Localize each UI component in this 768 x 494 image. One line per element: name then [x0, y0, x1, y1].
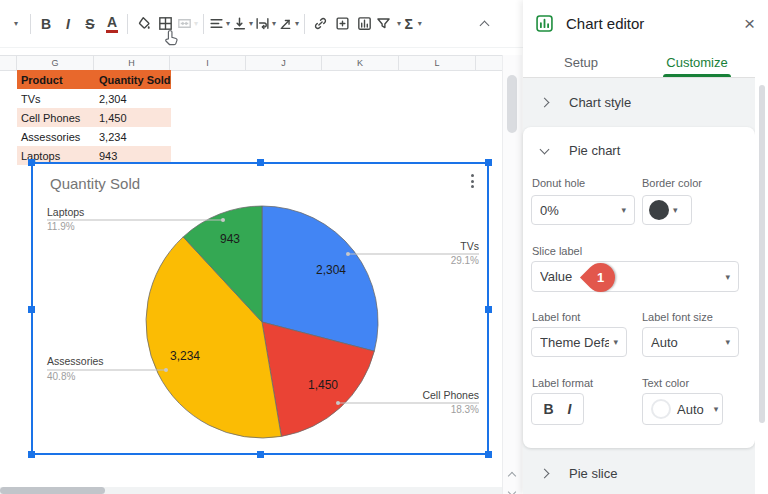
resize-handle-sw[interactable]: [28, 451, 35, 458]
callout-pct-laptops: 11.9%: [47, 221, 75, 232]
column-header-J[interactable]: J: [246, 56, 322, 70]
callout-pct-cell-phones: 18.3%: [451, 404, 479, 415]
text-rotation-button[interactable]: ▾: [277, 11, 300, 37]
column-header-I[interactable]: I: [170, 56, 246, 70]
section-pie-slice[interactable]: Pie slice: [523, 452, 755, 494]
cell-quantity[interactable]: 1,450: [95, 112, 171, 124]
embedded-chart[interactable]: Quantity Sold 2,304 1,450 3,234 943 Lapt…: [31, 162, 489, 455]
more-dropdown-button[interactable]: ▾: [4, 11, 26, 37]
column-header-partial[interactable]: [476, 56, 502, 70]
toolbar: ▾ B I S A ▾ ▾ ▾ ▾: [0, 0, 523, 48]
insert-link-button[interactable]: [309, 11, 331, 37]
insert-comment-button[interactable]: [331, 11, 353, 37]
slice-label-label: Slice label: [532, 245, 582, 257]
chevron-down-icon: ▾: [725, 337, 730, 347]
table-row[interactable]: Cell Phones 1,450: [17, 108, 171, 127]
cell-product[interactable]: Cell Phones: [17, 112, 95, 124]
table-row[interactable]: Assessories 3,234: [17, 127, 171, 146]
panel-tabs: Setup Customize: [523, 47, 755, 78]
slice-value-tvs: 2,304: [316, 263, 346, 277]
header-cell-quantity[interactable]: Quantity Sold: [95, 74, 171, 86]
vertical-scrollbar-thumb[interactable]: [507, 75, 517, 133]
resize-handle-ne[interactable]: [485, 159, 492, 166]
cell-quantity[interactable]: 3,234: [95, 131, 171, 143]
resize-handle-s[interactable]: [257, 451, 264, 458]
horizontal-align-button[interactable]: ▾: [208, 11, 231, 37]
section-pie-chart[interactable]: Pie chart: [541, 143, 620, 158]
label-font-label: Label font: [532, 311, 580, 323]
label-font-select[interactable]: Theme Defaul... ▾: [531, 327, 627, 357]
chevron-down-icon: [508, 488, 516, 494]
panel-title: Chart editor: [566, 15, 644, 32]
cell-product[interactable]: TVs: [17, 93, 95, 105]
donut-hole-label: Donut hole: [532, 177, 585, 189]
panel-scrollbar-thumb[interactable]: [759, 85, 765, 423]
toolbar-divider: [203, 14, 204, 34]
text-wrap-icon: [255, 16, 270, 31]
text-wrap-button[interactable]: ▾: [254, 11, 277, 37]
cell-quantity[interactable]: 2,304: [95, 93, 171, 105]
tab-customize[interactable]: Customize: [639, 47, 755, 77]
strikethrough-icon: S: [85, 17, 94, 31]
vertical-align-button[interactable]: ▾: [231, 11, 254, 37]
cell-product[interactable]: Assessories: [17, 131, 95, 143]
resize-handle-w[interactable]: [28, 306, 35, 313]
collapse-toolbar-button[interactable]: [473, 11, 495, 37]
bold-icon: B: [41, 17, 51, 31]
section-chart-style[interactable]: Chart style: [523, 78, 755, 127]
slice-value-assessories: 3,234: [170, 349, 200, 363]
insert-chart-button[interactable]: [353, 11, 375, 37]
donut-hole-select[interactable]: 0% ▾: [531, 195, 635, 225]
table-row[interactable]: TVs 2,304: [17, 89, 171, 108]
functions-button[interactable]: Σ ▾: [402, 11, 424, 37]
vertical-scrollbar[interactable]: [502, 55, 522, 494]
vertical-align-icon: [232, 16, 247, 31]
italic-button[interactable]: I: [57, 11, 79, 37]
insert-chart-icon: [357, 16, 372, 31]
bold-button[interactable]: B: [35, 11, 57, 37]
slice-value-laptops: 943: [220, 232, 240, 246]
table-header-row[interactable]: Product Quantity Sold: [17, 70, 171, 89]
column-header-K[interactable]: K: [322, 56, 399, 70]
horizontal-align-icon: [209, 16, 224, 31]
horizontal-scrollbar-thumb[interactable]: [0, 487, 105, 494]
column-header-partial[interactable]: [0, 56, 17, 70]
callout-name-assessories: Assessories: [47, 355, 104, 367]
bold-toggle[interactable]: B: [543, 401, 553, 417]
label-font-size-select[interactable]: Auto ▾: [642, 327, 739, 357]
border-color-select[interactable]: ▾: [642, 195, 692, 225]
panel-body: Chart style Pie chart Donut hole 0% ▾ Bo…: [523, 78, 768, 494]
sheets-app: ▾ B I S A ▾ ▾ ▾ ▾: [0, 0, 768, 494]
chevron-down-icon: ▾: [621, 205, 626, 215]
panel-scrollbar[interactable]: [755, 78, 768, 494]
column-header-H[interactable]: H: [94, 56, 170, 70]
column-header-L[interactable]: L: [399, 56, 476, 70]
cell-quantity[interactable]: 943: [95, 150, 171, 162]
italic-toggle[interactable]: I: [568, 401, 572, 417]
fill-color-button[interactable]: [132, 11, 154, 37]
horizontal-scrollbar[interactable]: [0, 487, 502, 494]
chart-editor-panel: Chart editor × Setup Customize Chart sty…: [523, 0, 768, 494]
strikethrough-button[interactable]: S: [79, 11, 101, 37]
chevron-down-icon: ▾: [397, 20, 401, 28]
resize-handle-e[interactable]: [485, 306, 492, 313]
resize-handle-n[interactable]: [257, 159, 264, 166]
text-rotation-icon: [278, 16, 293, 31]
callout-pct-assessories: 40.8%: [47, 371, 75, 382]
resize-handle-se[interactable]: [485, 451, 492, 458]
text-color-select[interactable]: Auto ▾: [642, 393, 723, 425]
text-color-button[interactable]: A: [101, 11, 123, 37]
scroll-up-button[interactable]: [509, 465, 516, 472]
scroll-down-button[interactable]: [509, 481, 516, 488]
chart-editor-icon: [536, 15, 553, 32]
close-icon[interactable]: ×: [744, 14, 755, 33]
sigma-icon: Σ: [404, 17, 412, 31]
header-cell-product[interactable]: Product: [17, 74, 95, 86]
tab-setup[interactable]: Setup: [523, 47, 639, 77]
create-filter-button[interactable]: ▾: [375, 11, 402, 37]
chevron-up-icon: [508, 472, 516, 480]
column-header-G[interactable]: G: [17, 56, 94, 70]
resize-handle-nw[interactable]: [28, 159, 35, 166]
slice-label-select[interactable]: Value ▾: [531, 261, 739, 292]
fill-color-icon: [136, 16, 151, 31]
